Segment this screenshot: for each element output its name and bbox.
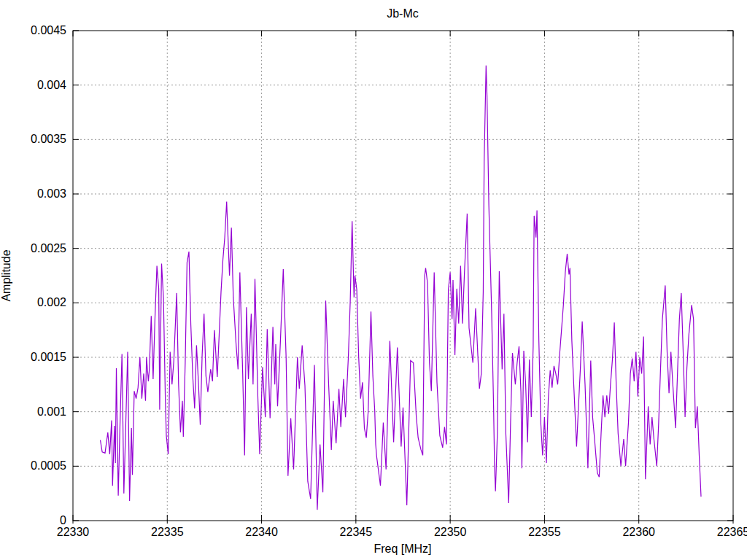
grid-lines bbox=[73, 31, 733, 521]
y-tick-label: 0.001 bbox=[37, 405, 66, 418]
chart-title: Jb-Mc bbox=[387, 7, 419, 20]
x-tick-label: 22345 bbox=[340, 526, 373, 538]
y-tick-label: 0.004 bbox=[37, 79, 66, 91]
y-tick-label: 0.0005 bbox=[31, 459, 66, 472]
x-tick-label: 22335 bbox=[151, 526, 184, 538]
y-tick-label: 0.002 bbox=[37, 296, 66, 308]
data-series bbox=[101, 66, 702, 510]
plot-border bbox=[73, 31, 733, 521]
y-tick-label: 0 bbox=[60, 514, 66, 526]
x-tick-label: 22330 bbox=[57, 526, 90, 538]
x-tick-label: 22360 bbox=[622, 526, 655, 538]
x-tick-label: 22340 bbox=[245, 526, 278, 538]
spectrum-plot: Jb-Mc 2233022335223402234522350223552236… bbox=[0, 0, 747, 560]
x-tick-label: 22365 bbox=[717, 526, 747, 538]
y-tick-label: 0.0035 bbox=[31, 133, 66, 145]
spectrum-line bbox=[101, 66, 702, 510]
y-axis-label: Amplitude bbox=[0, 249, 12, 301]
x-tick-label: 22355 bbox=[528, 526, 561, 538]
x-tick-label: 22350 bbox=[434, 526, 467, 538]
y-tick-label: 0.0025 bbox=[31, 242, 66, 254]
y-tick-label: 0.003 bbox=[37, 187, 66, 200]
chart-figure: Jb-Mc 2233022335223402234522350223552236… bbox=[0, 0, 747, 560]
x-axis-label: Freq [MHz] bbox=[374, 542, 431, 555]
y-tick-label: 0.0045 bbox=[31, 24, 66, 36]
y-tick-label: 0.0015 bbox=[31, 351, 66, 363]
axes: 2233022335223402234522350223552236022365… bbox=[31, 24, 747, 538]
